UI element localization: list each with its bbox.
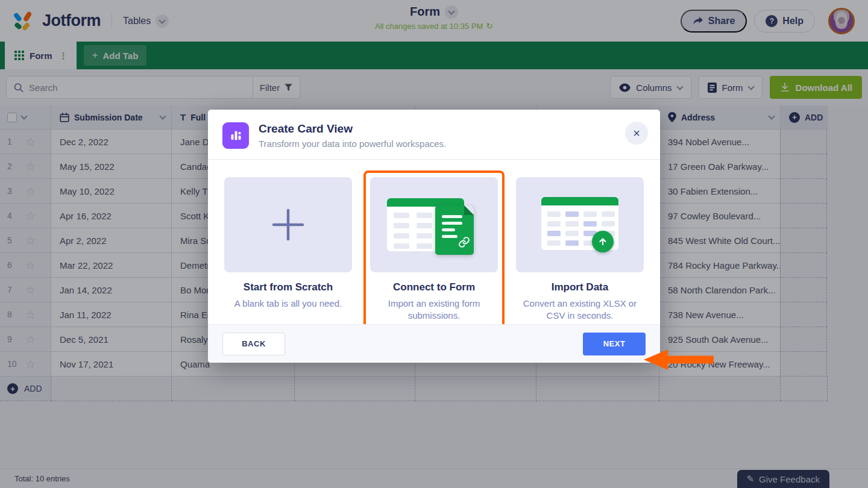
option-import-data[interactable]: Import Data Convert an existing XLSX or … bbox=[509, 170, 650, 332]
modal-subtitle: Transform your data into powerful worksp… bbox=[259, 139, 446, 149]
modal-header: Create Card View Transform your data int… bbox=[208, 110, 660, 160]
modal-heading-text: Create Card View Transform your data int… bbox=[259, 122, 446, 149]
modal-title: Create Card View bbox=[259, 122, 446, 136]
start-from-scratch-illustration bbox=[224, 177, 352, 272]
option-title: Import Data bbox=[516, 281, 644, 293]
next-button[interactable]: NEXT bbox=[583, 333, 646, 355]
annotation-arrow-pointing-next bbox=[643, 348, 715, 372]
option-start-from-scratch[interactable]: Start from Scratch A blank tab is all yo… bbox=[218, 170, 359, 332]
option-connect-to-form[interactable]: Connect to Form Import an existing form … bbox=[363, 170, 505, 332]
modal-footer: BACK NEXT bbox=[208, 324, 660, 363]
upload-arrow-icon bbox=[592, 231, 614, 252]
option-title: Connect to Form bbox=[370, 281, 498, 293]
modal-options: Start from Scratch A blank tab is all yo… bbox=[208, 160, 660, 332]
option-description: Convert an existing XLSX or CSV in secon… bbox=[517, 298, 643, 322]
close-icon: × bbox=[633, 127, 640, 140]
import-data-illustration bbox=[516, 177, 644, 272]
create-card-view-modal: Create Card View Transform your data int… bbox=[208, 110, 660, 363]
jotform-tables-app: Jotform Tables Form All changes saved at… bbox=[0, 0, 868, 488]
connect-to-form-illustration bbox=[370, 177, 498, 272]
form-document-graphic bbox=[435, 205, 474, 255]
back-button[interactable]: BACK bbox=[222, 333, 285, 355]
plus-icon bbox=[269, 206, 307, 243]
option-description: A blank tab is all you need. bbox=[225, 298, 351, 310]
card-view-icon bbox=[222, 122, 249, 149]
close-button[interactable]: × bbox=[625, 122, 648, 145]
option-title: Start from Scratch bbox=[224, 281, 352, 293]
link-icon bbox=[458, 236, 470, 251]
option-description: Import an existing form submissions. bbox=[371, 298, 497, 322]
